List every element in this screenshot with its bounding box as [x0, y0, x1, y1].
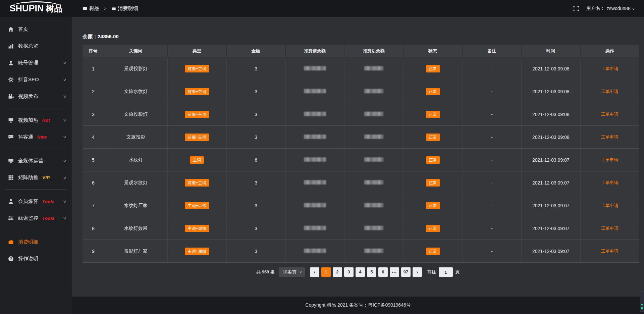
sidebar-item-label: 抖客通 [18, 134, 33, 140]
goto-suffix: 页 [455, 269, 460, 275]
work-order-link[interactable]: 工单申请 [601, 66, 619, 71]
user-icon [8, 60, 14, 66]
status-badge: 正常 [426, 65, 440, 72]
topbar-right: 用户名： zswodun88 ∨ [573, 5, 644, 11]
wallet-icon [111, 6, 116, 11]
row-index: 7 [92, 203, 95, 208]
sidebar-item-account-management[interactable]: 账号管理 ∨ [0, 54, 72, 71]
new-badge: New [37, 135, 47, 140]
type-badge: 主词 [190, 156, 204, 164]
chevron-down-icon: ∨ [63, 135, 67, 139]
col-header-keyword: 关键词 [104, 45, 168, 57]
page-button-4[interactable]: 4 [356, 267, 365, 277]
breadcrumb-current[interactable]: 消费明细 [111, 5, 138, 12]
work-order-link[interactable]: 工单申请 [601, 226, 619, 231]
work-order-link[interactable]: 工单申请 [601, 249, 619, 254]
breadcrumb-home[interactable]: 树品 [83, 5, 99, 12]
row-index: 5 [92, 157, 95, 163]
censored-balance-before [304, 249, 326, 253]
table-row: 8 水纹灯效果 主词+后缀 3 正常 - 2021-12-03 09:07 工单… [83, 217, 639, 240]
censored-balance-before [304, 180, 326, 185]
sidebar-item-consumption-detail[interactable]: 消费明细 [0, 233, 72, 250]
svg-text:?: ? [10, 257, 12, 261]
page-size-select[interactable]: 10条/页 ∨ [279, 267, 305, 277]
username-label: 用户名： [586, 5, 605, 11]
more-pages-button[interactable]: ••• [390, 267, 399, 277]
sidebar-item-member-burst[interactable]: 会员爆客 Tools ∨ [0, 193, 72, 210]
sidebar-item-instructions[interactable]: ? 操作说明 [0, 250, 72, 267]
page-button-97[interactable]: 97 [401, 267, 411, 277]
prev-page-button[interactable]: ‹ [310, 267, 319, 277]
table-row: 6 景观水纹灯 前缀+主词 3 正常 - 2021-12-03 09:07 工单… [83, 171, 639, 194]
page-button-3[interactable]: 3 [344, 267, 354, 277]
work-order-link[interactable]: 工单申请 [601, 89, 619, 94]
video-camera-icon [8, 94, 14, 99]
amount: 3 [255, 180, 257, 186]
sidebar-item-lead-monitor[interactable]: 线索监控 Tools ∨ [0, 210, 72, 226]
amount: 3 [255, 66, 257, 71]
col-header-balance-after: 扣费后余额 [344, 45, 404, 57]
censored-balance-after [364, 180, 383, 185]
sidebar-item-data-overview[interactable]: 数据总览 [0, 38, 72, 54]
col-header-remark: 备注 [463, 45, 522, 57]
censored-balance-after [364, 249, 383, 253]
table-row: 1 景观投影灯 前缀+主词 3 正常 - 2021-12-03 09:08 工单… [83, 57, 639, 80]
type-badge: 前缀+主词 [185, 88, 209, 95]
work-order-link[interactable]: 工单申请 [601, 135, 619, 140]
page-size-value: 10条/页 [283, 270, 297, 274]
username-value: zswodun88 [607, 6, 631, 11]
work-order-link[interactable]: 工单申请 [601, 112, 619, 117]
main-content: 余额：24856.00 序号 关键词 类型 金额 扣费前余额 扣费后余额 状态 … [72, 17, 644, 314]
time: 2021-12-03 09:07 [532, 226, 570, 231]
sidebar-item-home[interactable]: 首页 [0, 21, 72, 38]
page-button-5[interactable]: 5 [367, 267, 376, 277]
pagination-total: 共 969 条 [256, 269, 275, 275]
row-index: 8 [92, 226, 95, 231]
sidebar-item-label: 全媒体运营 [18, 158, 43, 164]
sidebar-item-video-heat[interactable]: 视频加热 Hot ∨ [0, 112, 72, 128]
fullscreen-icon[interactable] [573, 6, 579, 11]
sidebar-divider [5, 149, 67, 149]
keyword: 投影灯厂家 [124, 248, 148, 254]
keyword: 景观投影灯 [124, 66, 148, 71]
page-button-1[interactable]: 1 [321, 267, 331, 277]
chat-widget[interactable] [640, 292, 644, 312]
page-button-2[interactable]: 2 [333, 267, 342, 277]
amount: 3 [255, 112, 257, 117]
table-row: 7 水纹灯厂家 主词+后缀 3 正常 - 2021-12-03 09:07 工单… [83, 194, 639, 217]
amount: 3 [255, 249, 257, 254]
row-index: 6 [92, 180, 95, 186]
user-menu[interactable]: 用户名： zswodun88 ∨ [586, 5, 635, 11]
app-logo: SHUPIN 树品 [0, 0, 72, 17]
censored-balance-before [304, 203, 326, 207]
vip-badge: VIP [42, 175, 50, 180]
type-badge: 主词+后缀 [185, 225, 209, 232]
status-badge: 正常 [426, 88, 440, 95]
user-icon [8, 199, 14, 204]
sidebar-item-matrix-boost[interactable]: 矩阵助推 VIP ∨ [0, 169, 72, 186]
logo-text-en: SHUPIN [9, 3, 44, 14]
row-index: 4 [92, 135, 95, 140]
wallet-icon [8, 239, 14, 245]
censored-balance-before [304, 89, 326, 93]
next-page-button[interactable]: › [413, 267, 422, 277]
work-order-link[interactable]: 工单申请 [601, 203, 619, 208]
balance-value: 24856.00 [98, 34, 119, 39]
amount: 3 [255, 89, 257, 94]
top-bar: SHUPIN 树品 树品 > 消费明细 用户名： zswodun88 ∨ [0, 0, 644, 17]
work-order-link[interactable]: 工单申请 [601, 157, 619, 162]
sidebar-item-douyin-seo[interactable]: 抖音SEO ∨ [0, 71, 72, 88]
hot-badge: Hot [42, 118, 50, 123]
page-button-6[interactable]: 6 [378, 267, 388, 277]
row-index: 3 [92, 112, 95, 117]
sidebar-item-douketong[interactable]: 抖客通 New ∨ [0, 128, 72, 145]
sidebar-item-video-publish[interactable]: 视频发布 ∨ [0, 88, 72, 105]
sidebar-item-all-media[interactable]: 全媒体运营 ∨ [0, 152, 72, 169]
type-badge: 主词+后缀 [185, 248, 209, 255]
remark: - [491, 157, 493, 163]
tools-badge: Tools [42, 199, 55, 204]
work-order-link[interactable]: 工单申请 [601, 180, 619, 185]
remark: - [491, 89, 493, 94]
goto-page-input[interactable] [439, 267, 453, 277]
type-badge: 前缀+主词 [185, 134, 209, 141]
